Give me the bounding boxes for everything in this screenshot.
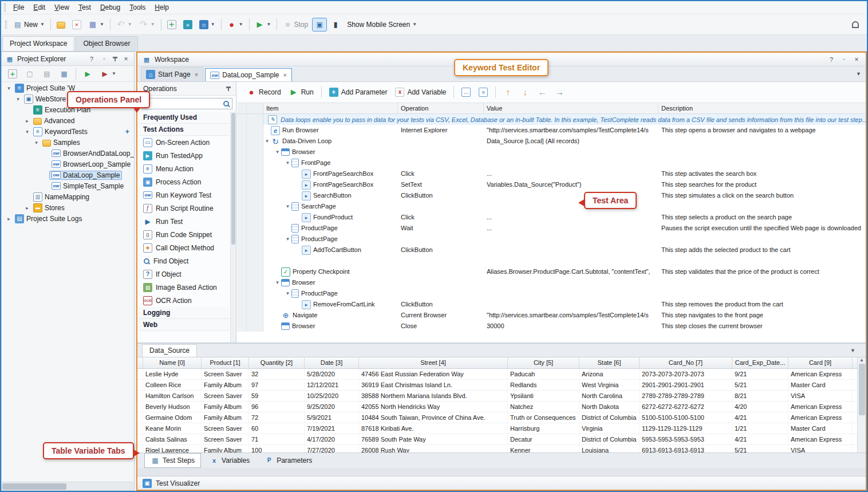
add-parameter-button[interactable]: +Add Parameter: [326, 85, 390, 99]
tree-item-simpletest-sample[interactable]: owSimpleTest_Sample: [2, 180, 134, 191]
operations-scrollbar-thumb[interactable]: [231, 113, 235, 245]
save-all-button[interactable]: ▦▼: [85, 18, 107, 32]
operation-run-testedapp[interactable]: ▶Run TestedApp: [139, 149, 230, 162]
operation-ocr-action[interactable]: OCROCR Action: [139, 294, 230, 307]
chevron-down-icon[interactable]: ▼: [267, 22, 271, 27]
chevron-down-icon[interactable]: ▼: [151, 22, 155, 27]
grid-row-addtocartbutton[interactable]: ▸AddToCartButtonClickButtonThis step add…: [237, 245, 866, 255]
hscrollbar-thumb[interactable]: [2, 483, 66, 490]
grid-row-searchbutton[interactable]: ▸SearchButtonClickButtonThis step simula…: [237, 190, 866, 201]
operation-if-object[interactable]: ?If Object: [139, 267, 230, 281]
ds-column-city-5[interactable]: City [5]: [508, 357, 579, 368]
services-gear-button[interactable]: ☼▼: [196, 18, 218, 32]
chevron-down-icon[interactable]: ▼: [239, 22, 243, 27]
scroll-up-icon[interactable]: ▲: [859, 357, 864, 363]
edit-comment-button[interactable]: …: [459, 85, 474, 99]
new-button[interactable]: ▤New▼: [10, 18, 48, 32]
chevron-down-icon[interactable]: ▼: [412, 22, 417, 27]
ds-row-rigel-lawrence[interactable]: Rigel LawrenceFamily Album1007/27/202026…: [137, 445, 857, 452]
ds-row-hamilton-carlson[interactable]: Hamilton CarlsonScreen Saver5910/25/2020…: [137, 391, 857, 402]
close-icon[interactable]: ×: [852, 55, 861, 64]
menu-view[interactable]: View: [50, 2, 74, 13]
close-icon[interactable]: ×: [195, 71, 198, 78]
data-source-vscrollbar[interactable]: ▲: [857, 357, 866, 452]
operation-on-screen-action[interactable]: ▭On-Screen Action: [139, 136, 230, 149]
tree-item-browseranddataloop-s[interactable]: owBrowserAndDataLoop_S: [2, 148, 134, 159]
operation-run-code-snippet[interactable]: {}Run Code Snippet: [139, 228, 230, 241]
tree-item-samples[interactable]: ▾Samples: [2, 137, 134, 148]
tab-project-workspace[interactable]: Project Workspace: [2, 36, 74, 51]
move-up-button[interactable]: ↑: [500, 85, 515, 99]
project-explorer-hscrollbar[interactable]: [2, 482, 134, 490]
grid-row-run-browser[interactable]: eRun BrowserInternet Explorer"http://ser…: [237, 125, 866, 136]
grid-row-property-checkpoint[interactable]: ✓Property CheckpointAliases.Browser.Prod…: [237, 266, 866, 277]
tab-test-steps[interactable]: ▦Test Steps: [144, 453, 201, 468]
record-test-button[interactable]: ●▼: [224, 18, 246, 32]
ds-column-date-3[interactable]: Date [3]: [305, 357, 359, 368]
tab-data-source[interactable]: Data_Source: [142, 344, 197, 357]
ds-row-germaine-odom[interactable]: Germaine OdomFamily Album725/9/202110484…: [137, 412, 857, 423]
chevron-down-icon[interactable]: ▼: [112, 71, 116, 76]
chevron-down-icon[interactable]: ▼: [211, 22, 215, 27]
import-project-button[interactable]: »: [180, 18, 195, 32]
expander-icon[interactable]: ▾: [33, 140, 40, 145]
chevron-down-icon[interactable]: ▼: [128, 22, 132, 27]
tree-item-advanced[interactable]: ▸Advanced: [2, 115, 134, 126]
open-item-button[interactable]: ▤: [40, 67, 54, 81]
autohide-pin-icon[interactable]: [112, 56, 118, 62]
ds-row-keane-morin[interactable]: Keane MorinScreen Saver607/19/202187618 …: [137, 423, 857, 434]
grid-row-browser[interactable]: BrowserClose30000This step closes the cu…: [237, 321, 866, 332]
tab-object-browser[interactable]: Object Browser: [76, 36, 137, 51]
operation-menu-action[interactable]: ≡Menu Action: [139, 162, 230, 175]
grid-row-productpage[interactable]: ▾ProductPage: [237, 234, 866, 245]
ds-row-calista-salinas[interactable]: Calista SalinasScreen Saver714/17/202076…: [137, 434, 857, 445]
add-project-item-button[interactable]: +: [164, 18, 179, 32]
expander-icon[interactable]: ▸: [5, 216, 13, 222]
grid-row-browser[interactable]: ▾Browser: [237, 277, 866, 288]
help-icon[interactable]: ?: [827, 55, 836, 64]
menu-help[interactable]: Help: [150, 2, 173, 13]
doc-tab-start-page[interactable]: ⌂Start Page×: [141, 67, 203, 81]
expander-icon[interactable]: ▾: [274, 147, 281, 158]
tree-item-project-suite-logs[interactable]: ▸▤Project Suite Logs: [2, 213, 134, 224]
operations-group-test-actions[interactable]: Test Actions: [139, 124, 230, 136]
operation-run-script-routine[interactable]: ƒRun Script Routine: [139, 202, 230, 215]
toolbar-grip[interactable]: [5, 21, 7, 29]
grid-row-frontpagesearchbox[interactable]: ▸FrontPageSearchBoxClick...This step act…: [237, 168, 866, 179]
grid-column-operation[interactable]: Operation: [398, 103, 484, 113]
expander-icon[interactable]: ▾: [284, 158, 291, 168]
mobile-screen-button[interactable]: ▮: [328, 18, 343, 32]
tab-parameters[interactable]: PParameters: [258, 453, 318, 468]
grid-info-row[interactable]: ✎Data loops enable you to pass in data f…: [237, 114, 866, 125]
float-icon[interactable]: ▫: [839, 55, 849, 64]
ds-column-card-no-7[interactable]: Card_No [7]: [640, 357, 732, 368]
operation-run-test[interactable]: ▶Run Test: [139, 215, 230, 228]
grid-row-frontpagesearchbox[interactable]: ▸FrontPageSearchBoxSetTextVariables.Data…: [237, 179, 866, 190]
chevron-down-icon[interactable]: ▼: [100, 22, 104, 27]
edit-description-button[interactable]: ≡: [476, 85, 491, 99]
tree-item-dataloop-sample[interactable]: owDataLoop_Sample: [2, 170, 134, 180]
add-keyword-test-button[interactable]: +: [125, 127, 129, 136]
record-button[interactable]: ●Record: [244, 85, 284, 99]
expander-icon[interactable]: ▾: [23, 129, 31, 135]
expander-icon[interactable]: ▾: [5, 85, 13, 91]
redo-button[interactable]: ↷▼: [136, 18, 158, 32]
menubar-grip[interactable]: [4, 3, 6, 11]
grid-row-browser[interactable]: ▾Browser: [237, 147, 866, 158]
tab-variables[interactable]: xVariables: [203, 453, 256, 468]
pin-icon[interactable]: [226, 86, 231, 92]
ds-column-street-4[interactable]: Street [4]: [359, 357, 508, 368]
test-visualizer-bar[interactable]: ▣ Test Visualizer: [137, 476, 866, 490]
bell-icon[interactable]: [852, 21, 859, 28]
ds-column-name-0[interactable]: Name [0]: [143, 357, 202, 368]
grid-row-frontpage[interactable]: ▾FrontPage: [237, 158, 866, 168]
ds-row-leslie-hyde[interactable]: Leslie HydeScreen Saver325/28/202047456 …: [137, 369, 857, 380]
organize-panels-button[interactable]: ▦: [57, 67, 72, 81]
ds-column-quantity-2[interactable]: Quantity [2]: [249, 357, 305, 368]
menu-tools[interactable]: Tools: [125, 2, 150, 13]
run-selected-button[interactable]: ▶: [80, 67, 95, 81]
ds-row-colleen-rice[interactable]: Colleen RiceFamily Album9712/12/20213691…: [137, 380, 857, 391]
ds-column-card-9[interactable]: Card [9]: [788, 357, 853, 368]
operation-run-keyword-test[interactable]: owRun Keyword Test: [139, 188, 230, 202]
grid-row-data-driven-loop[interactable]: ▾↻Data-Driven LoopData_Source [Local] (A…: [237, 136, 866, 147]
